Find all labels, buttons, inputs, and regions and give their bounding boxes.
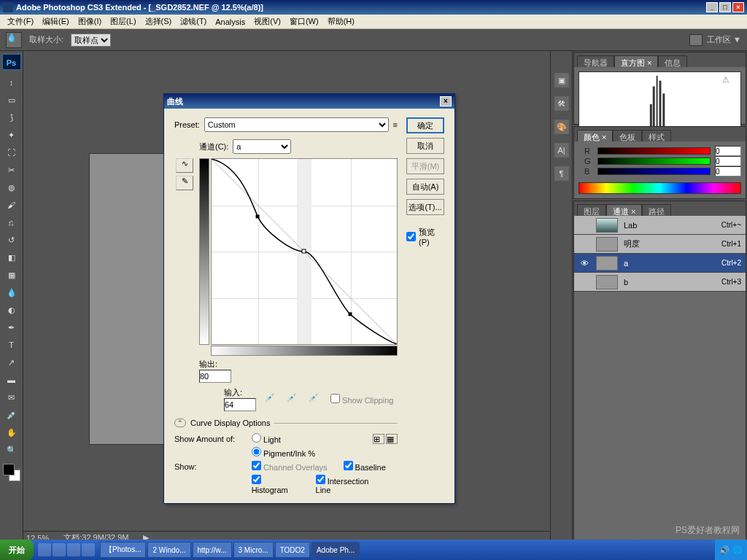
g-slider[interactable] (597, 158, 711, 165)
wand-tool[interactable]: ✦ (3, 127, 20, 143)
dodge-tool[interactable]: ◐ (3, 302, 20, 318)
baseline-checkbox[interactable]: Baseline (344, 461, 386, 472)
tab-layers[interactable]: 图层 (577, 204, 606, 216)
preset-menu-icon[interactable]: ≡ (393, 120, 398, 129)
light-radio[interactable]: Light (252, 433, 281, 444)
show-clipping-checkbox[interactable]: Show Clipping (330, 394, 393, 405)
notes-tool[interactable]: ✉ (3, 389, 20, 405)
gradient-tool[interactable]: ▦ (3, 267, 20, 283)
preset-select[interactable]: Custom (204, 117, 389, 132)
curve-pencil-tool[interactable]: ✎ (176, 176, 193, 190)
close-button[interactable]: × (732, 2, 744, 12)
sample-size-select[interactable]: 取样点 (71, 34, 111, 47)
ql-ie-icon[interactable] (38, 543, 51, 556)
channel-row-Lab[interactable]: LabCtrl+~ (574, 216, 746, 235)
workspace-dropdown[interactable]: 工作区 ▼ (707, 34, 741, 45)
channel-row-b[interactable]: bCtrl+3 (574, 273, 746, 292)
menu-image[interactable]: 图像(I) (74, 15, 106, 28)
hand-tool[interactable]: ✋ (3, 424, 20, 440)
ql-folder-icon[interactable] (82, 543, 95, 556)
tab-channels[interactable]: 通道 × (606, 204, 642, 216)
taskbar-task[interactable]: Adobe Ph... (311, 542, 360, 558)
ok-button[interactable]: 确定 (406, 117, 444, 133)
channel-select[interactable]: a (233, 139, 291, 154)
menu-window[interactable]: 窗口(W) (285, 15, 323, 28)
ql-firefox-icon[interactable] (53, 543, 66, 556)
zoom-tool[interactable]: 🔍 (3, 442, 20, 458)
menu-layer[interactable]: 图层(L) (106, 15, 140, 28)
dialog-close-button[interactable]: × (440, 96, 452, 106)
history-brush-tool[interactable]: ↺ (3, 232, 20, 248)
channel-row-明度[interactable]: 明度Ctrl+1 (574, 235, 746, 254)
path-tool[interactable]: ↗ (3, 354, 20, 370)
options-button[interactable]: 选项(T)... (406, 199, 444, 215)
menu-file[interactable]: 文件(F) (3, 15, 38, 28)
menu-filter[interactable]: 滤镜(T) (176, 15, 211, 28)
tray-icon[interactable]: 🔊 (719, 545, 729, 555)
taskbar-task[interactable]: 【Photos... (100, 542, 146, 558)
crop-tool[interactable]: ⛶ (3, 144, 20, 160)
r-slider[interactable] (597, 147, 711, 155)
system-tray[interactable]: 🔊 🌐 (715, 540, 747, 560)
taskbar-task[interactable]: TODO2 (275, 542, 310, 558)
tab-styles[interactable]: 样式 (642, 130, 671, 141)
cancel-button[interactable]: 取消 (406, 138, 444, 154)
eyedropper-tool[interactable]: 💉 (3, 407, 20, 423)
curve-grid[interactable] (211, 158, 398, 345)
taskbar-task[interactable]: 3 Micro... (233, 542, 274, 558)
marquee-tool[interactable]: ▭ (3, 92, 20, 108)
cdo-toggle[interactable]: ⌃ (174, 419, 186, 427)
histogram-checkbox[interactable]: Histogram (252, 475, 300, 494)
maximize-button[interactable]: □ (719, 2, 731, 12)
tab-color[interactable]: 颜色 × (577, 130, 613, 141)
move-tool[interactable]: ↕ (3, 74, 20, 90)
minimize-button[interactable]: _ (706, 2, 718, 12)
character-icon[interactable]: A| (554, 143, 569, 158)
lasso-tool[interactable]: ⟆ (3, 109, 20, 125)
start-button[interactable]: 开始 (0, 540, 34, 560)
eyedropper-icon[interactable]: 💧 (6, 32, 22, 48)
g-input[interactable] (715, 156, 741, 166)
channel-overlays-checkbox[interactable]: Channel Overlays (252, 461, 328, 472)
blur-tool[interactable]: 💧 (3, 284, 20, 300)
menu-select[interactable]: 选择(S) (141, 15, 177, 28)
stamp-tool[interactable]: ⎌ (3, 214, 20, 230)
brushes-icon[interactable]: 🎨 (554, 120, 569, 134)
white-point-dropper[interactable]: 💉 (309, 393, 322, 406)
pigment-radio[interactable]: Pigment/Ink % (252, 447, 315, 458)
black-point-dropper[interactable]: 💉 (265, 393, 278, 406)
brush-tool[interactable]: 🖌 (3, 197, 20, 213)
screen-mode-icon[interactable] (689, 34, 703, 46)
input-input[interactable] (224, 398, 256, 411)
tray-icon[interactable]: 🌐 (732, 545, 743, 555)
grid-detail-icon[interactable]: ▦ (386, 434, 398, 444)
tab-paths[interactable]: 路径 (642, 204, 671, 216)
tab-navigator[interactable]: 导航器 (577, 55, 614, 67)
menu-view[interactable]: 视图(V) (249, 15, 285, 28)
visibility-icon[interactable]: 👁 (578, 259, 590, 268)
heal-tool[interactable]: ◍ (3, 179, 20, 195)
taskbar-task[interactable]: http://w... (193, 542, 232, 558)
output-input[interactable] (199, 370, 231, 383)
tab-histogram[interactable]: 直方图 × (614, 55, 658, 67)
preview-checkbox[interactable]: 预览(P) (406, 227, 444, 246)
b-slider[interactable] (597, 168, 711, 175)
tab-swatches[interactable]: 色板 (613, 130, 642, 141)
history-icon[interactable]: ▣ (554, 73, 569, 88)
color-swatches[interactable] (3, 464, 20, 481)
tab-info[interactable]: 信息 (658, 55, 687, 67)
grid-simple-icon[interactable]: ⊞ (373, 434, 384, 444)
taskbar-task[interactable]: 2 Windo... (147, 542, 190, 558)
eraser-tool[interactable]: ◧ (3, 249, 20, 265)
channel-row-a[interactable]: 👁aCtrl+2 (574, 254, 746, 273)
menu-help[interactable]: 帮助(H) (323, 15, 359, 28)
type-tool[interactable]: T (3, 337, 20, 353)
r-input[interactable] (715, 146, 741, 156)
b-input[interactable] (715, 166, 741, 176)
shape-tool[interactable]: ▬ (3, 372, 20, 388)
paragraph-icon[interactable]: ¶ (554, 166, 569, 181)
tool-presets-icon[interactable]: 🛠 (554, 96, 569, 111)
gray-point-dropper[interactable]: 💉 (287, 393, 300, 406)
menu-edit[interactable]: 编辑(E) (38, 15, 74, 28)
intersection-checkbox[interactable]: Intersection Line (316, 475, 386, 494)
